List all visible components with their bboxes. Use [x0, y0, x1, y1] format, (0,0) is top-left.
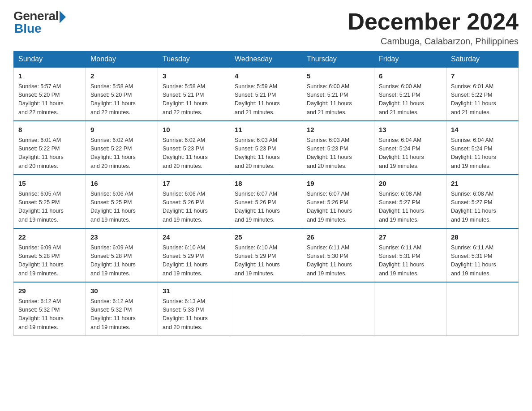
day-number: 13 [379, 125, 442, 135]
header-thursday: Thursday [302, 51, 374, 68]
day-number: 16 [90, 179, 153, 189]
day-info: Sunrise: 6:08 AM Sunset: 5:27 PM Dayligh… [379, 190, 442, 225]
day-number: 14 [451, 125, 514, 135]
header-monday: Monday [86, 51, 158, 68]
day-number: 9 [90, 125, 153, 135]
day-info: Sunrise: 6:00 AM Sunset: 5:21 PM Dayligh… [379, 82, 442, 117]
day-info: Sunrise: 6:04 AM Sunset: 5:24 PM Dayligh… [379, 136, 442, 171]
logo-blue-text: Blue [13, 21, 42, 36]
calendar-week-row: 8Sunrise: 6:01 AM Sunset: 5:22 PM Daylig… [14, 121, 519, 175]
day-number: 20 [379, 179, 442, 189]
day-number: 11 [235, 125, 297, 135]
day-info: Sunrise: 6:11 AM Sunset: 5:31 PM Dayligh… [451, 244, 514, 278]
day-info: Sunrise: 6:08 AM Sunset: 5:27 PM Dayligh… [451, 190, 514, 225]
calendar-cell [230, 282, 302, 336]
day-info: Sunrise: 6:11 AM Sunset: 5:31 PM Dayligh… [379, 244, 442, 278]
calendar-cell: 16Sunrise: 6:06 AM Sunset: 5:25 PM Dayli… [86, 175, 158, 228]
calendar-cell: 21Sunrise: 6:08 AM Sunset: 5:27 PM Dayli… [446, 175, 519, 228]
day-info: Sunrise: 6:07 AM Sunset: 5:26 PM Dayligh… [307, 190, 369, 225]
calendar-cell: 27Sunrise: 6:11 AM Sunset: 5:31 PM Dayli… [374, 228, 446, 282]
day-info: Sunrise: 6:02 AM Sunset: 5:23 PM Dayligh… [163, 136, 225, 171]
day-info: Sunrise: 6:13 AM Sunset: 5:33 PM Dayligh… [163, 297, 225, 332]
day-info: Sunrise: 6:07 AM Sunset: 5:26 PM Dayligh… [235, 190, 297, 225]
calendar-cell: 13Sunrise: 6:04 AM Sunset: 5:24 PM Dayli… [374, 121, 446, 175]
day-number: 26 [307, 232, 369, 243]
day-info: Sunrise: 6:09 AM Sunset: 5:28 PM Dayligh… [18, 244, 81, 278]
calendar-header-row: SundayMondayTuesdayWednesdayThursdayFrid… [14, 51, 519, 68]
header-saturday: Saturday [446, 51, 519, 68]
day-number: 27 [379, 232, 442, 243]
calendar-cell: 6Sunrise: 6:00 AM Sunset: 5:21 PM Daylig… [374, 67, 446, 121]
day-number: 10 [163, 125, 225, 135]
calendar-cell: 26Sunrise: 6:11 AM Sunset: 5:30 PM Dayli… [302, 228, 374, 282]
day-number: 24 [163, 232, 225, 243]
day-info: Sunrise: 5:58 AM Sunset: 5:20 PM Dayligh… [90, 82, 153, 117]
calendar-cell: 24Sunrise: 6:10 AM Sunset: 5:29 PM Dayli… [158, 228, 230, 282]
day-info: Sunrise: 6:03 AM Sunset: 5:23 PM Dayligh… [235, 136, 297, 171]
calendar-cell: 14Sunrise: 6:04 AM Sunset: 5:24 PM Dayli… [446, 121, 519, 175]
day-info: Sunrise: 6:06 AM Sunset: 5:25 PM Dayligh… [90, 190, 153, 225]
calendar-week-row: 29Sunrise: 6:12 AM Sunset: 5:32 PM Dayli… [14, 282, 519, 336]
calendar-cell: 10Sunrise: 6:02 AM Sunset: 5:23 PM Dayli… [158, 121, 230, 175]
day-number: 8 [18, 125, 81, 135]
day-number: 21 [451, 179, 514, 189]
day-number: 25 [235, 232, 297, 243]
day-info: Sunrise: 6:10 AM Sunset: 5:29 PM Dayligh… [235, 244, 297, 278]
calendar-cell: 31Sunrise: 6:13 AM Sunset: 5:33 PM Dayli… [158, 282, 230, 336]
calendar-cell: 2Sunrise: 5:58 AM Sunset: 5:20 PM Daylig… [86, 67, 158, 121]
day-info: Sunrise: 6:01 AM Sunset: 5:22 PM Dayligh… [18, 136, 81, 171]
day-info: Sunrise: 5:58 AM Sunset: 5:21 PM Dayligh… [163, 82, 225, 117]
day-info: Sunrise: 5:57 AM Sunset: 5:20 PM Dayligh… [18, 82, 81, 117]
calendar-week-row: 22Sunrise: 6:09 AM Sunset: 5:28 PM Dayli… [14, 228, 519, 282]
calendar-cell: 4Sunrise: 5:59 AM Sunset: 5:21 PM Daylig… [230, 67, 302, 121]
calendar-cell [374, 282, 446, 336]
calendar-cell: 15Sunrise: 6:05 AM Sunset: 5:25 PM Dayli… [14, 175, 86, 228]
day-number: 5 [307, 71, 369, 81]
day-info: Sunrise: 6:06 AM Sunset: 5:26 PM Dayligh… [163, 190, 225, 225]
page-header: General Blue December 2024 Cambuga, Cala… [13, 9, 519, 47]
calendar-cell: 23Sunrise: 6:09 AM Sunset: 5:28 PM Dayli… [86, 228, 158, 282]
day-number: 15 [18, 179, 81, 189]
calendar-cell [446, 282, 519, 336]
calendar-cell: 30Sunrise: 6:12 AM Sunset: 5:32 PM Dayli… [86, 282, 158, 336]
day-number: 7 [451, 71, 514, 81]
calendar-cell [302, 282, 374, 336]
day-info: Sunrise: 6:00 AM Sunset: 5:21 PM Dayligh… [307, 82, 369, 117]
day-number: 29 [18, 286, 81, 296]
day-info: Sunrise: 6:09 AM Sunset: 5:28 PM Dayligh… [90, 244, 153, 278]
logo: General Blue [13, 9, 66, 36]
day-number: 23 [90, 232, 153, 243]
day-info: Sunrise: 6:11 AM Sunset: 5:30 PM Dayligh… [307, 244, 369, 278]
day-number: 18 [235, 179, 297, 189]
day-info: Sunrise: 6:01 AM Sunset: 5:22 PM Dayligh… [451, 82, 514, 117]
calendar-cell: 8Sunrise: 6:01 AM Sunset: 5:22 PM Daylig… [14, 121, 86, 175]
day-number: 30 [90, 286, 153, 296]
month-title: December 2024 [348, 9, 519, 34]
calendar-cell: 20Sunrise: 6:08 AM Sunset: 5:27 PM Dayli… [374, 175, 446, 228]
logo-arrow-icon [60, 11, 66, 23]
day-number: 28 [451, 232, 514, 243]
calendar-cell: 17Sunrise: 6:06 AM Sunset: 5:26 PM Dayli… [158, 175, 230, 228]
header-wednesday: Wednesday [230, 51, 302, 68]
calendar-cell: 3Sunrise: 5:58 AM Sunset: 5:21 PM Daylig… [158, 67, 230, 121]
day-number: 17 [163, 179, 225, 189]
calendar-cell: 5Sunrise: 6:00 AM Sunset: 5:21 PM Daylig… [302, 67, 374, 121]
calendar-cell: 11Sunrise: 6:03 AM Sunset: 5:23 PM Dayli… [230, 121, 302, 175]
day-info: Sunrise: 6:04 AM Sunset: 5:24 PM Dayligh… [451, 136, 514, 171]
calendar-cell: 1Sunrise: 5:57 AM Sunset: 5:20 PM Daylig… [14, 67, 86, 121]
calendar-cell: 19Sunrise: 6:07 AM Sunset: 5:26 PM Dayli… [302, 175, 374, 228]
day-info: Sunrise: 6:02 AM Sunset: 5:22 PM Dayligh… [90, 136, 153, 171]
day-info: Sunrise: 6:10 AM Sunset: 5:29 PM Dayligh… [163, 244, 225, 278]
calendar-week-row: 15Sunrise: 6:05 AM Sunset: 5:25 PM Dayli… [14, 175, 519, 228]
day-number: 19 [307, 179, 369, 189]
day-number: 12 [307, 125, 369, 135]
day-info: Sunrise: 6:05 AM Sunset: 5:25 PM Dayligh… [18, 190, 81, 225]
day-number: 31 [163, 286, 225, 296]
calendar-cell: 25Sunrise: 6:10 AM Sunset: 5:29 PM Dayli… [230, 228, 302, 282]
day-number: 22 [18, 232, 81, 243]
header-sunday: Sunday [14, 51, 86, 68]
day-info: Sunrise: 6:12 AM Sunset: 5:32 PM Dayligh… [90, 297, 153, 332]
header-friday: Friday [374, 51, 446, 68]
calendar-cell: 12Sunrise: 6:03 AM Sunset: 5:23 PM Dayli… [302, 121, 374, 175]
day-number: 2 [90, 71, 153, 81]
